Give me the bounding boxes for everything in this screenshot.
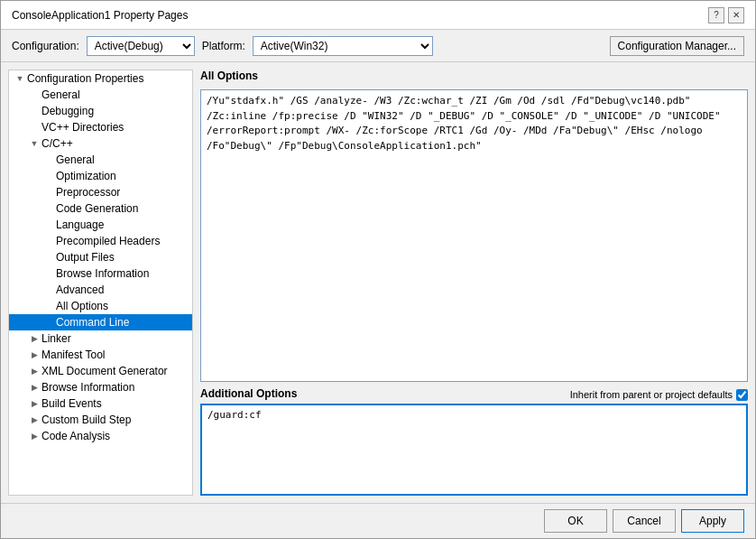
tree-label-vc-dirs: VC++ Directories — [41, 121, 124, 134]
tree-label-precompiled-headers: Precompiled Headers — [56, 235, 160, 247]
configuration-manager-button[interactable]: Configuration Manager... — [610, 36, 744, 56]
tree-item-language[interactable]: Language — [9, 217, 192, 233]
tree-label-code-generation: Code Generation — [56, 202, 138, 215]
tree-item-xml-doc-gen[interactable]: ▶XML Document Generator — [9, 363, 192, 379]
tree-item-build-events[interactable]: ▶Build Events — [9, 395, 192, 412]
tree-label-manifest-tool: Manifest Tool — [41, 348, 105, 361]
tree-arrow-empty-debugging — [29, 107, 40, 116]
tree-item-all-options[interactable]: All Options — [9, 298, 192, 314]
title-bar: ConsoleApplication1 Property Pages ? ✕ — [1, 1, 755, 30]
all-options-label: All Options — [200, 70, 748, 82]
tree-item-browse-info-cpp[interactable]: Browse Information — [9, 265, 192, 282]
title-bar-controls: ? ✕ — [708, 7, 744, 23]
tree-label-all-options: All Options — [56, 300, 108, 312]
tree-arrow-empty-precompiled-headers — [43, 237, 54, 246]
tree-item-config-props[interactable]: ▼Configuration Properties — [9, 70, 192, 87]
tree-label-language: Language — [56, 218, 104, 231]
tree-item-cpp[interactable]: ▼C/C++ — [9, 135, 192, 152]
config-label: Configuration: — [12, 40, 79, 52]
tree-item-code-analysis[interactable]: ▶Code Analysis — [9, 428, 192, 444]
tree-arrow-code-analysis: ▶ — [29, 432, 40, 441]
tree-arrow-empty-preprocessor — [43, 188, 54, 197]
all-options-box: /Yu"stdafx.h" /GS /analyze- /W3 /Zc:wcha… — [200, 89, 748, 382]
tree-item-manifest-tool[interactable]: ▶Manifest Tool — [9, 347, 192, 363]
left-tree-panel: ▼Configuration Properties General Debugg… — [8, 70, 193, 496]
tree-arrow-empty-general — [29, 90, 40, 99]
tree-label-code-analysis: Code Analysis — [41, 430, 110, 442]
tree-arrow-build-events: ▶ — [29, 399, 40, 408]
tree-label-optimization: Optimization — [56, 170, 116, 182]
tree-arrow-empty-command-line — [43, 318, 54, 327]
tree-item-browse-information[interactable]: ▶Browse Information — [9, 379, 192, 395]
tree-label-command-line: Command Line — [56, 316, 129, 329]
configuration-select[interactable]: Active(Debug) — [87, 36, 195, 56]
tree-item-debugging[interactable]: Debugging — [9, 103, 192, 119]
tree-label-browse-info-cpp: Browse Information — [56, 267, 149, 280]
tree-item-command-line[interactable]: Command Line — [9, 314, 192, 330]
tree-label-build-events: Build Events — [41, 397, 102, 410]
tree-label-linker: Linker — [41, 332, 71, 345]
tree-item-advanced-cpp[interactable]: Advanced — [9, 282, 192, 298]
tree-item-linker[interactable]: ▶Linker — [9, 330, 192, 347]
tree-arrow-browse-information: ▶ — [29, 383, 40, 392]
tree-arrow-empty-optimization — [43, 172, 54, 181]
ok-button[interactable]: OK — [544, 509, 607, 533]
inherit-checkbox[interactable] — [736, 389, 748, 401]
tree-item-precompiled-headers[interactable]: Precompiled Headers — [9, 233, 192, 249]
tree-item-output-files[interactable]: Output Files — [9, 249, 192, 265]
help-button[interactable]: ? — [708, 7, 724, 23]
tree-label-debugging: Debugging — [41, 105, 94, 117]
tree-item-optimization[interactable]: Optimization — [9, 168, 192, 184]
tree-arrow-xml-doc-gen: ▶ — [29, 367, 40, 376]
tree-label-custom-build-step: Custom Build Step — [41, 414, 131, 426]
additional-options-label: Additional Options — [200, 387, 297, 400]
cancel-button[interactable]: Cancel — [613, 509, 676, 533]
tree-item-code-generation[interactable]: Code Generation — [9, 200, 192, 217]
tree-label-output-files: Output Files — [56, 251, 115, 264]
tree-label-preprocessor: Preprocessor — [56, 186, 120, 199]
tree-label-cpp-general: General — [56, 153, 95, 166]
tree-arrow-cpp: ▼ — [29, 139, 40, 148]
tree-item-general[interactable]: General — [9, 87, 192, 103]
tree-arrow-custom-build-step: ▶ — [29, 415, 40, 424]
tree-arrow-empty-advanced-cpp — [43, 285, 54, 294]
tree-label-cpp: C/C++ — [41, 137, 73, 150]
close-button[interactable]: ✕ — [728, 7, 744, 23]
tree-arrow-empty-all-options — [43, 302, 54, 311]
right-panel: All Options /Yu"stdafx.h" /GS /analyze- … — [200, 70, 748, 496]
tree-arrow-empty-output-files — [43, 253, 54, 262]
dialog-title: ConsoleApplication1 Property Pages — [12, 9, 188, 22]
tree-arrow-manifest-tool: ▶ — [29, 350, 40, 359]
bottom-bar: OK Cancel Apply — [1, 503, 755, 538]
tree-label-browse-information: Browse Information — [41, 381, 134, 394]
platform-label: Platform: — [202, 40, 245, 52]
tree-label-config-props: Configuration Properties — [27, 72, 143, 85]
main-content: ▼Configuration Properties General Debugg… — [1, 62, 755, 503]
additional-header: Additional Options Inherit from parent o… — [200, 387, 748, 402]
config-bar: Configuration: Active(Debug) Platform: A… — [1, 30, 755, 62]
tree-item-vc-dirs[interactable]: VC++ Directories — [9, 119, 192, 135]
tree-arrow-linker: ▶ — [29, 334, 40, 343]
additional-options-input[interactable] — [200, 404, 748, 496]
apply-button[interactable]: Apply — [681, 509, 744, 533]
tree-label-advanced-cpp: Advanced — [56, 283, 104, 296]
platform-select[interactable]: Active(Win32) — [253, 36, 433, 56]
inherit-label: Inherit from parent or project defaults — [570, 389, 748, 401]
tree-arrow-empty-vc-dirs — [29, 123, 40, 132]
tree-item-preprocessor[interactable]: Preprocessor — [9, 184, 192, 200]
tree-arrow-empty-browse-info-cpp — [43, 269, 54, 278]
tree-arrow-empty-language — [43, 220, 54, 229]
additional-section: Additional Options Inherit from parent o… — [200, 387, 748, 496]
tree-label-general: General — [41, 88, 80, 101]
tree-item-cpp-general[interactable]: General — [9, 152, 192, 168]
tree-arrow-empty-cpp-general — [43, 155, 54, 164]
tree-label-xml-doc-gen: XML Document Generator — [41, 365, 168, 377]
tree-arrow-config-props: ▼ — [14, 74, 25, 83]
dialog: ConsoleApplication1 Property Pages ? ✕ C… — [0, 0, 756, 539]
tree-item-custom-build-step[interactable]: ▶Custom Build Step — [9, 412, 192, 428]
tree-arrow-empty-code-generation — [43, 204, 54, 213]
